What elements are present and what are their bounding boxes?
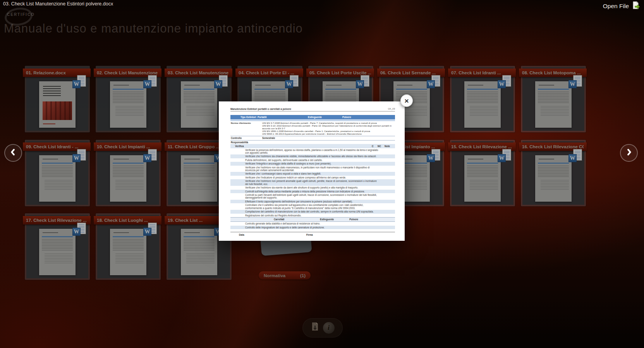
checklist-item: Effettuare il lento capovolgimento dell'… xyxy=(230,200,395,203)
checklist-item: Controlli su parti rilevanti dell'estint… xyxy=(230,193,395,200)
prev-page-button[interactable] xyxy=(4,144,22,162)
chevron-left-icon xyxy=(9,148,17,158)
window-title: 03. Check List Manutenzione Estintori po… xyxy=(3,1,113,7)
col-carrellati: Carrellati xyxy=(274,218,284,221)
chevron-right-icon xyxy=(625,148,633,158)
checklist-item: Controllo delle impugnature del supporto… xyxy=(230,226,395,229)
close-icon: × xyxy=(404,97,409,105)
controllo-value: Semestrale xyxy=(262,137,395,139)
norme-line: UNI EN 3-7:2008 Estintori d'incendio por… xyxy=(262,122,395,125)
col-estinguente: Estinguente xyxy=(308,116,342,118)
document-header: Manutenzione Estintori portatili o carre… xyxy=(230,108,395,111)
table-header-row: Tipo Estintori Portatili Estinguente Pol… xyxy=(230,115,395,119)
col-portatili: Portatili xyxy=(258,116,308,118)
close-button[interactable]: × xyxy=(400,94,413,107)
checklist-item: Controllo generale della stabilità e del… xyxy=(230,222,395,225)
checklist-item: Controllare che il cartellino sia presen… xyxy=(230,203,395,210)
document-header-title: Manutenzione Estintori portatili o carre… xyxy=(230,108,291,110)
controllo-label: Controllo xyxy=(230,137,262,139)
checklist-item: Controlli sull'integrità della carica me… xyxy=(230,190,395,193)
norme-row: Norme riferimento UNI EN 3-7:2008 Estint… xyxy=(230,121,395,136)
document-page: Manutenzione Estintori portatili o carre… xyxy=(230,108,395,236)
checklist-item: Pulizia dell'estintore, del supporto, de… xyxy=(230,158,395,162)
col-polvere-2: Polvere xyxy=(349,218,358,221)
checklist-item: Verificare che i contrassegni siano espo… xyxy=(230,172,395,175)
checklist-table: Tipo Estintori Portatili Estinguente Pol… xyxy=(230,115,395,229)
open-file-button[interactable]: Open File xyxy=(603,1,640,11)
data-label: Data xyxy=(239,233,244,236)
norme-label: Norme riferimento xyxy=(230,122,262,135)
col-estinguente-2: Estinguente xyxy=(320,218,334,221)
checklist-item: Verificare che l'indicatore di pressione… xyxy=(230,176,395,179)
controllo-row: Controllo Semestrale xyxy=(230,136,395,140)
norme-line: UNI EN 1866-1:2008 Estintori d'incendio … xyxy=(262,130,395,133)
checklist-item: Verificare la presenza dell'estintore, a… xyxy=(230,148,395,155)
verifica-label: Verifica xyxy=(230,145,372,147)
norme-line: UNI EN 3-10: 2010 Estintori d'incendio p… xyxy=(262,125,395,130)
norme-line: UNI 9994-1: 09-2013 Apparecchiature per … xyxy=(262,133,395,135)
col-tipo-estintori: Tipo Estintori xyxy=(240,116,258,118)
carrellati-items: Controllo generale della stabilità e del… xyxy=(230,222,395,229)
checklist-item: Verificare l'integrità e ancoraggio dell… xyxy=(230,162,395,165)
checklist-item: Compilazione del cartellino di manutenzi… xyxy=(230,210,395,213)
open-file-icon xyxy=(632,1,640,11)
col-polvere: Polvere xyxy=(342,116,395,118)
document-code: CK_03 xyxy=(388,108,395,110)
checklist-item: Verificare che l'estintore non presenti … xyxy=(230,179,395,186)
norme-lines: UNI EN 3-7:2008 Estintori d'incendio por… xyxy=(262,122,395,135)
col-nc: NC xyxy=(378,145,385,147)
checklist-item: Verificare che l'estintore sia chiaramen… xyxy=(230,154,395,158)
document-footer: Data Firma xyxy=(230,232,395,236)
open-file-label: Open File xyxy=(603,3,629,10)
checklist-item: Verificare che l'estintore non sia stato… xyxy=(230,166,395,172)
document-preview-modal: × Manutenzione Estintori portatili o car… xyxy=(219,101,405,241)
checklist-item: Registrazione del controllo sul Registro… xyxy=(230,214,395,217)
col-note: Note xyxy=(385,145,395,147)
col-c: C xyxy=(372,145,378,147)
carrellati-header-row: Carrellati Estinguente Polvere xyxy=(230,217,395,222)
verifica-row: Verifica C NC Note xyxy=(230,144,395,148)
checklist-item: Verificare che l'estintore sia esente da… xyxy=(230,186,395,189)
firma-label: Firma xyxy=(306,233,313,236)
responsabilita-row: Responsabilità xyxy=(230,141,395,144)
checklist-items: Verificare la presenza dell'estintore, a… xyxy=(230,148,395,217)
next-page-button[interactable] xyxy=(620,144,638,162)
